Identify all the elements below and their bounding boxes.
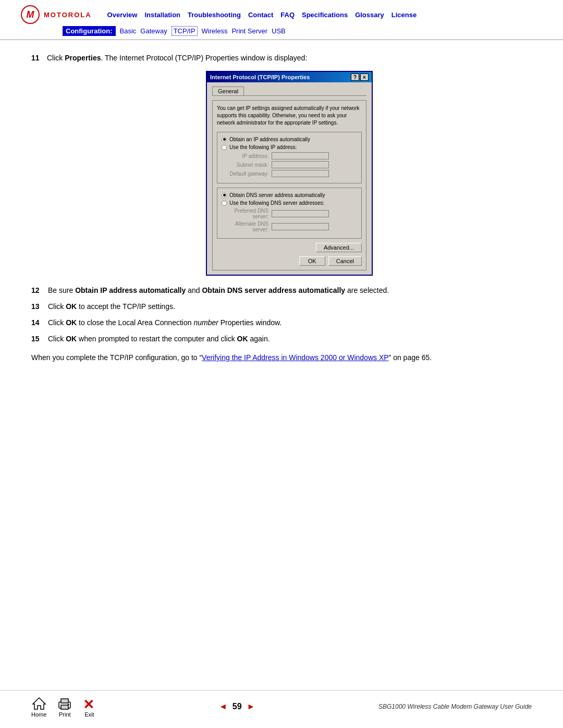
nav-license[interactable]: License bbox=[391, 11, 417, 19]
footer: Home Print ✕ Exit ◄ 59 ► SBG1000 Wireles… bbox=[0, 690, 563, 718]
step-11: 11 Click Properties. The Internet Protoc… bbox=[31, 53, 532, 64]
nav-sub-printserver[interactable]: Print Server bbox=[231, 27, 267, 35]
nav-sub-wireless[interactable]: Wireless bbox=[202, 27, 228, 35]
default-gateway-row: Default gateway: bbox=[222, 170, 357, 177]
dns-section: Obtain DNS server address automatically … bbox=[217, 188, 362, 239]
header: M MOTOROLA Overview Installation Trouble… bbox=[0, 0, 563, 40]
config-label: Configuration: bbox=[63, 26, 116, 36]
step-15: 15 Click OK when prompted to restart the… bbox=[31, 334, 532, 344]
ip-address-label: IP address: bbox=[222, 153, 268, 159]
svg-rect-2 bbox=[61, 699, 68, 703]
step-11-num: 11 bbox=[31, 53, 47, 64]
para-text-after: ” on page 65. bbox=[389, 353, 432, 362]
step-14-bold1: OK bbox=[66, 318, 77, 327]
print-icon bbox=[57, 697, 72, 710]
ip-address-input[interactable] bbox=[272, 152, 329, 159]
radio-obtain-ip-label: Obtain an IP address automatically bbox=[229, 137, 310, 142]
main-nav: Overview Installation Troubleshooting Co… bbox=[107, 11, 417, 19]
config-nav: Configuration: Basic Gateway TCP/IP Wire… bbox=[63, 26, 542, 36]
motorola-wordmark: MOTOROLA bbox=[44, 11, 92, 19]
nav-faq[interactable]: FAQ bbox=[280, 11, 295, 19]
step-14-text: Click OK to close the Local Area Connect… bbox=[48, 317, 532, 328]
para-link[interactable]: Verifying the IP Address in Windows 2000… bbox=[202, 353, 388, 362]
step-15-text: Click OK when prompted to restart the co… bbox=[48, 334, 532, 344]
step-13-num: 13 bbox=[31, 301, 48, 312]
nav-overview[interactable]: Overview bbox=[107, 11, 138, 19]
ip-address-row: IP address: bbox=[222, 152, 357, 159]
footer-print-link[interactable]: Print bbox=[57, 697, 72, 718]
default-gateway-label: Default gateway: bbox=[222, 171, 268, 177]
step-15-num: 15 bbox=[31, 334, 48, 344]
dialog-tabs: General bbox=[212, 87, 366, 96]
nav-troubleshooting[interactable]: Troubleshooting bbox=[188, 11, 241, 19]
step-12-bold2: Obtain DNS server address automatically bbox=[202, 286, 345, 294]
dialog-description: You can get IP settings assigned automat… bbox=[217, 105, 362, 127]
footer-exit-label: Exit bbox=[84, 711, 94, 718]
step-14-num: 14 bbox=[31, 317, 48, 328]
footer-home-link[interactable]: Home bbox=[31, 696, 46, 718]
footer-nav: ◄ 59 ► bbox=[95, 702, 378, 711]
radio-obtain-ip-btn[interactable] bbox=[222, 137, 227, 142]
ok-button[interactable]: OK bbox=[299, 256, 325, 266]
preferred-dns-label: Preferred DNS server: bbox=[222, 208, 268, 219]
step-12-text: Be sure Obtain IP address automatically … bbox=[48, 285, 532, 296]
main-content: 11 Click Properties. The Internet Protoc… bbox=[0, 40, 563, 374]
exit-icon: ✕ bbox=[83, 698, 95, 710]
footer-exit-link[interactable]: ✕ Exit bbox=[83, 698, 95, 718]
radio-obtain-ip: Obtain an IP address automatically bbox=[222, 137, 357, 142]
nav-sub-gateway[interactable]: Gateway bbox=[140, 27, 167, 35]
radio-obtain-dns-label: Obtain DNS server address automatically bbox=[229, 192, 325, 198]
alternate-dns-label: Alternate DNS server: bbox=[222, 221, 268, 232]
step-12: 12 Be sure Obtain IP address automatical… bbox=[31, 285, 532, 296]
step-11-text: Click Properties. The Internet Protocol … bbox=[47, 53, 532, 64]
advanced-button[interactable]: Advanced... bbox=[316, 243, 362, 252]
dialog-question-btn[interactable]: ? bbox=[351, 73, 359, 81]
dialog-body: General You can get IP settings assigned… bbox=[207, 82, 372, 275]
nav-sub-basic[interactable]: Basic bbox=[120, 27, 137, 35]
radio-use-dns-btn[interactable] bbox=[222, 201, 227, 206]
para-text-before: When you complete the TCP/IP configurati… bbox=[31, 353, 202, 362]
nav-sub-tcpip[interactable]: TCP/IP bbox=[172, 26, 198, 36]
step-12-num: 12 bbox=[31, 285, 48, 296]
nav-sub-usb[interactable]: USB bbox=[272, 27, 286, 35]
subnet-mask-label: Subnet mask: bbox=[222, 162, 268, 168]
dialog-tab-general[interactable]: General bbox=[212, 87, 244, 95]
next-arrow[interactable]: ► bbox=[247, 702, 255, 711]
footer-book-title: SBG1000 Wireless Cable Modem Gateway Use… bbox=[378, 703, 532, 710]
default-gateway-input[interactable] bbox=[272, 170, 329, 177]
step-15-bold2: OK bbox=[237, 335, 248, 343]
step-13: 13 Click OK to accept the TCP/IP setting… bbox=[31, 301, 532, 312]
alternate-dns-row: Alternate DNS server: bbox=[222, 221, 357, 232]
nav-contact[interactable]: Contact bbox=[248, 11, 273, 19]
radio-use-ip-btn[interactable] bbox=[222, 145, 227, 150]
dialog-screenshot: Internet Protocol (TCP/IP) Properties ? … bbox=[47, 71, 532, 276]
dialog-action-buttons: OK Cancel bbox=[217, 256, 362, 266]
nav-glossary[interactable]: Glossary bbox=[355, 11, 384, 19]
step-15-bold1: OK bbox=[66, 335, 77, 343]
tcpip-dialog: Internet Protocol (TCP/IP) Properties ? … bbox=[206, 71, 373, 276]
footer-print-label: Print bbox=[59, 711, 71, 718]
svg-point-4 bbox=[68, 704, 69, 706]
dialog-titlebar: Internet Protocol (TCP/IP) Properties ? … bbox=[207, 72, 372, 82]
motorola-circle-icon: M bbox=[21, 5, 40, 24]
home-icon bbox=[32, 696, 46, 710]
dialog-close-btn[interactable]: × bbox=[360, 73, 369, 81]
nav-specifications[interactable]: Specifications bbox=[302, 11, 348, 19]
radio-use-dns: Use the following DNS server addresses: bbox=[222, 200, 357, 206]
preferred-dns-row: Preferred DNS server: bbox=[222, 208, 357, 219]
alternate-dns-input[interactable] bbox=[272, 223, 329, 230]
completion-paragraph: When you complete the TCP/IP configurati… bbox=[31, 352, 532, 363]
cancel-button[interactable]: Cancel bbox=[328, 256, 362, 266]
subnet-mask-input[interactable] bbox=[272, 161, 329, 168]
nav-installation[interactable]: Installation bbox=[144, 11, 180, 19]
page-number: 59 bbox=[232, 702, 242, 711]
step-13-text: Click OK to accept the TCP/IP settings. bbox=[48, 301, 532, 312]
radio-obtain-dns-btn[interactable] bbox=[222, 193, 227, 198]
footer-icons: Home Print ✕ Exit bbox=[31, 696, 95, 718]
prev-arrow[interactable]: ◄ bbox=[219, 702, 227, 711]
dialog-title: Internet Protocol (TCP/IP) Properties bbox=[210, 74, 350, 80]
steps-section: 12 Be sure Obtain IP address automatical… bbox=[31, 285, 532, 344]
motorola-logo: M MOTOROLA bbox=[21, 5, 92, 24]
step-11-bold: Properties bbox=[65, 54, 101, 62]
preferred-dns-input[interactable] bbox=[272, 210, 329, 217]
